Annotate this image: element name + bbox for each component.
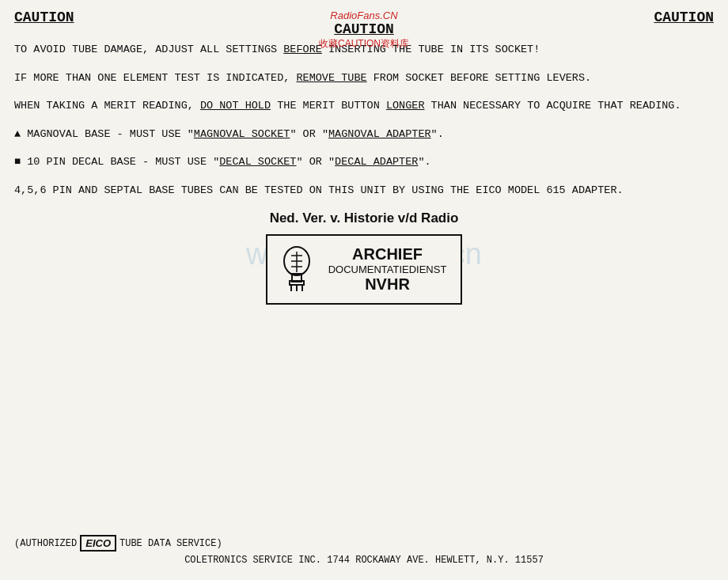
paragraph-6: 4,5,6 PIN AND SEPTAL BASE TUBES CAN BE T… [14,182,714,199]
caution-right: CAUTION [654,9,714,25]
footer: (AUTHORIZED EICO TUBE DATA SERVICE) COLE… [14,535,714,566]
magnoval-adapter-underline: MAGNOVAL ADAPTER [328,128,431,140]
authorized-pre: (AUTHORIZED [14,538,77,549]
longer-underline: LONGER [386,100,425,112]
header-row: CAUTION RadioFans.CN CAUTION 收藏CAUTION资料… [14,9,714,25]
paragraph-5: ■ 10 PIN DECAL BASE - MUST USE "DECAL SO… [14,154,714,171]
stamp-archief: ARCHIEF [328,245,447,263]
footer-line1: (AUTHORIZED EICO TUBE DATA SERVICE) [14,535,714,552]
radiofans-label: RadioFans.CN [319,9,409,21]
stamp-box: ARCHIEF DOCUMENTATIEDIENST NVHR [266,234,463,305]
eico-label: EICO [85,537,111,549]
paragraph-3: WHEN TAKING A MERIT READING, DO NOT HOLD… [14,97,714,115]
authorized-post: TUBE DATA SERVICE) [119,538,222,549]
decal-socket-underline: DECAL SOCKET [219,156,296,168]
page: CAUTION RadioFans.CN CAUTION 收藏CAUTION资料… [0,0,728,580]
chinese-label: 收藏CAUTION资料库 [319,37,409,51]
paragraph-2: IF MORE THAN ONE ELEMENT TEST IS INDICAT… [14,70,714,87]
stamp-documentatie: DOCUMENTATIEDIENST [328,263,447,275]
caution-left: CAUTION [14,9,74,25]
svg-rect-2 [290,281,304,285]
stamp-nvhr: NVHR [328,275,447,294]
ned-ver-text: Ned. Ver. v. Historie v/d Radio [14,210,714,226]
main-content: TO AVOID TUBE DAMAGE, ADJUST ALL SETTING… [14,41,714,199]
caution-center: CAUTION [319,21,409,37]
stamp-section: Ned. Ver. v. Historie v/d Radio [14,210,714,305]
magnoval-socket-underline: MAGNOVAL SOCKET [194,128,290,140]
stamp-text: ARCHIEF DOCUMENTATIEDIENST NVHR [328,245,447,294]
do-not-hold-underline: DO NOT HOLD [200,100,271,112]
footer-line2: COLETRONICS SERVICE INC. 1744 ROCKAWAY A… [14,555,714,566]
paragraph-4: ▲ MAGNOVAL BASE - MUST USE "MAGNOVAL SOC… [14,126,714,143]
before-underline: BEFORE [283,44,322,55]
tube-icon [275,244,319,295]
decal-adapter-underline: DECAL ADAPTER [335,156,418,168]
remove-tube-underline: REMOVE TUBE [296,72,366,84]
center-header: RadioFans.CN CAUTION 收藏CAUTION资料库 [319,9,409,51]
eico-badge: EICO [80,535,116,552]
